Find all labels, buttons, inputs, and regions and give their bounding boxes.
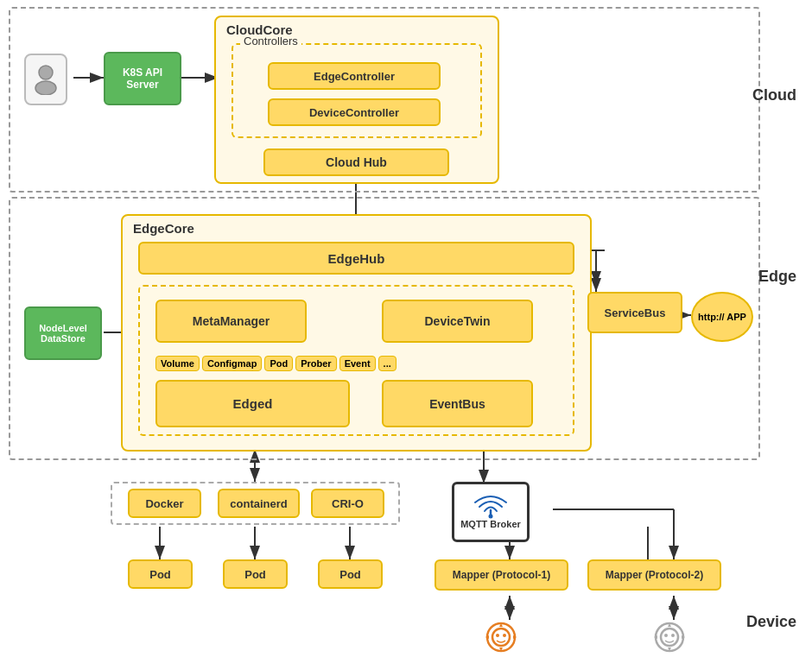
- edge-controller: EdgeController: [268, 62, 441, 90]
- mqtt-broker: MQTT Broker: [452, 482, 530, 542]
- k8s-api-server: K8S API Server: [104, 52, 181, 105]
- meta-manager: MetaManager: [155, 300, 307, 343]
- edgecore-container: EdgeCore EdgeHub MetaManager DeviceTwin …: [121, 214, 592, 452]
- svg-point-37: [503, 634, 506, 637]
- tag-event: Event: [339, 356, 376, 371]
- tag-prober: Prober: [295, 356, 336, 371]
- svg-point-39: [661, 629, 678, 646]
- controllers-label: Controllers: [240, 35, 301, 47]
- cloud-zone-label: Cloud: [752, 86, 796, 104]
- svg-point-33: [489, 515, 493, 519]
- service-bus: ServiceBus: [587, 292, 682, 333]
- device-twin: DeviceTwin: [382, 300, 533, 343]
- meta-devicetwin-box: MetaManager DeviceTwin Volume Configmap …: [138, 285, 574, 436]
- crio-box: CRI-O: [311, 489, 384, 518]
- svg-point-41: [671, 634, 675, 637]
- controllers-box: Controllers EdgeController DeviceControl…: [232, 43, 482, 138]
- person-icon: [24, 54, 67, 105]
- svg-point-36: [496, 634, 499, 637]
- mapper-1: Mapper (Protocol-1): [435, 559, 568, 591]
- device-controller: DeviceController: [268, 98, 441, 126]
- pod-3: Pod: [318, 559, 383, 589]
- mapper-2: Mapper (Protocol-2): [587, 559, 721, 591]
- svg-point-31: [39, 66, 53, 79]
- device-1-icon: [479, 620, 523, 654]
- pod-1: Pod: [128, 559, 193, 589]
- device-2-icon: [648, 620, 691, 654]
- node-datastore: NodeLevel DataStore: [24, 306, 102, 360]
- device-zone-label: Device: [746, 613, 796, 631]
- docker-box: Docker: [128, 489, 201, 518]
- tag-volume: Volume: [155, 356, 200, 371]
- diagram: Cloud Edge Device K8S API Server CloudCo…: [0, 0, 812, 657]
- tag-configmap: Configmap: [202, 356, 262, 371]
- mqtt-label: MQTT Broker: [460, 519, 521, 529]
- pod-2: Pod: [223, 559, 288, 589]
- tags-row: Volume Configmap Pod Prober Event ...: [155, 356, 399, 371]
- svg-point-32: [35, 81, 56, 95]
- cloudcore-container: CloudCore Controllers EdgeController Dev…: [214, 16, 499, 184]
- edge-zone-label: Edge: [758, 268, 796, 286]
- svg-point-40: [664, 634, 668, 637]
- containerd-box: containerd: [218, 489, 300, 518]
- event-bus: EventBus: [382, 380, 533, 427]
- edge-hub: EdgeHub: [138, 242, 574, 275]
- svg-point-35: [492, 629, 510, 646]
- tag-more: ...: [378, 356, 396, 371]
- tag-pod: Pod: [264, 356, 293, 371]
- edged-box: Edged: [155, 380, 350, 427]
- app-circle: http:// APP: [691, 292, 753, 342]
- edgecore-title: EdgeCore: [133, 221, 194, 236]
- cloud-hub: Cloud Hub: [263, 148, 449, 176]
